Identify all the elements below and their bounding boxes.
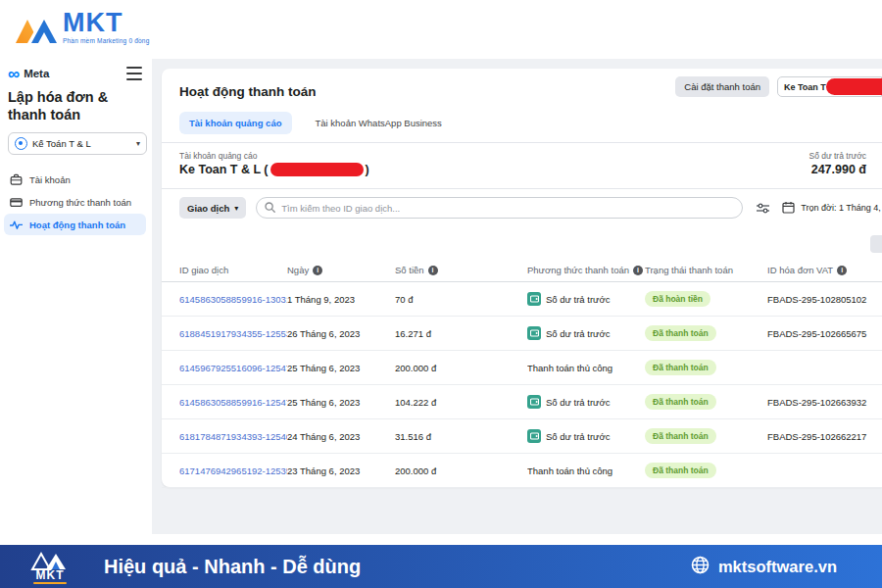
payment-method-label: Số dư trả trước bbox=[546, 328, 610, 339]
info-icon[interactable] bbox=[428, 266, 438, 275]
cell-amount: 16.271 đ bbox=[395, 328, 527, 339]
payment-method-label: Thanh toán thủ công bbox=[527, 466, 612, 476]
cell-transaction-id[interactable]: 6145863058859916-13031274 bbox=[179, 294, 287, 305]
cell-transaction-id[interactable]: 6145967925516096-12547553 bbox=[179, 363, 287, 373]
table-row: 6145863058859916-12547210 25 Tháng 6, 20… bbox=[162, 385, 882, 419]
tab-ad-accounts[interactable]: Tài khoản quảng cáo bbox=[179, 112, 292, 134]
hamburger-menu-icon[interactable] bbox=[126, 67, 142, 80]
cell-payment-status: Đã thanh toán bbox=[645, 394, 767, 410]
search-box bbox=[256, 197, 743, 219]
payment-method-label: Số dư trả trước bbox=[546, 431, 610, 442]
cell-vat-invoice-id: FBADS-295-102662217 bbox=[767, 431, 882, 442]
cell-amount: 31.516 đ bbox=[395, 431, 527, 442]
meta-logo: ∞ Meta bbox=[8, 65, 146, 82]
balance-label: Số dư trả trước bbox=[808, 151, 866, 161]
account-avatar-icon bbox=[15, 137, 27, 150]
table-row: 6188451917934355-12553355 26 Tháng 6, 20… bbox=[162, 317, 882, 351]
chevron-down-icon: ▾ bbox=[234, 204, 238, 213]
ad-account-label: Tài khoản quảng cáo bbox=[179, 151, 257, 161]
cell-amount: 70 đ bbox=[395, 294, 527, 305]
account-selector-dropdown[interactable]: Kế Toán T & L ▾ bbox=[8, 132, 147, 155]
cell-amount: 104.222 đ bbox=[395, 397, 527, 408]
table-row: 6181784871934393-12540592 24 Tháng 6, 20… bbox=[162, 419, 882, 454]
tab-whatsapp-business[interactable]: Tài khoản WhatsApp Business bbox=[306, 112, 452, 134]
ad-account-name: Ke Toan T & L ( ) bbox=[179, 163, 369, 176]
search-icon bbox=[265, 199, 275, 217]
col-transaction-id: ID giao dịch bbox=[179, 265, 287, 275]
col-date: Ngày bbox=[287, 265, 395, 275]
prepaid-balance-icon bbox=[527, 429, 541, 443]
cell-payment-status: Đã thanh toán bbox=[645, 360, 767, 375]
date-range-picker[interactable]: Trọn đời: 1 Tháng 4, 2023 – 4 Tháng bbox=[782, 201, 882, 216]
cell-transaction-id[interactable]: 6188451917934355-12553355 bbox=[179, 328, 287, 339]
meta-infinity-icon: ∞ bbox=[8, 66, 20, 82]
footer-website-link[interactable]: mktsoftware.vn bbox=[718, 558, 837, 576]
prefooter-strip bbox=[0, 534, 882, 545]
sidebar: ∞ Meta Lập hóa đơn & thanh toán Kế Toán … bbox=[0, 59, 152, 534]
mkt-logo: MKT Phần mềm Marketing 0 đồng bbox=[14, 8, 149, 53]
status-badge: Đã hoàn tiền bbox=[645, 291, 710, 307]
col-amount: Số tiền bbox=[395, 265, 527, 275]
cell-payment-method: Số dư trả trước bbox=[527, 292, 645, 306]
status-badge: Đã thanh toán bbox=[645, 428, 716, 444]
top-bar: MKT Phần mềm Marketing 0 đồng bbox=[0, 0, 882, 59]
page: MKT Phần mềm Marketing 0 đồng ∞ Meta Lập… bbox=[0, 0, 882, 588]
cell-vat-invoice-id: FBADS-295-102663932 bbox=[767, 397, 882, 408]
cell-vat-invoice-id: FBADS-295-102665675 bbox=[767, 328, 882, 339]
cell-date: 26 Tháng 6, 2023 bbox=[287, 328, 395, 339]
prepaid-balance-icon bbox=[527, 292, 541, 306]
tab-bar: Tài khoản quảng cáo Tài khoản WhatsApp B… bbox=[179, 112, 452, 134]
sidebar-item-payment-activity[interactable]: Hoạt động thanh toán bbox=[4, 214, 146, 235]
footer-mkt-logo: MKT bbox=[29, 550, 71, 584]
cell-amount: 200.000 đ bbox=[395, 363, 527, 373]
info-icon[interactable] bbox=[837, 266, 847, 275]
info-icon[interactable] bbox=[633, 266, 643, 275]
cell-transaction-id[interactable]: 6145863058859916-12547210 bbox=[179, 397, 287, 408]
payment-settings-button[interactable]: Cài đặt thanh toán bbox=[675, 76, 769, 97]
col-vat-invoice-id: ID hóa đơn VAT bbox=[767, 265, 882, 275]
cell-payment-status: Đã thanh toán bbox=[645, 325, 767, 341]
col-payment-status: Trạng thái thanh toán bbox=[645, 265, 767, 275]
partial-edge-button[interactable] bbox=[870, 235, 882, 253]
brand-tagline: Phần mềm Marketing 0 đồng bbox=[63, 37, 149, 44]
footer-slogan: Hiệu quả - Nhanh - Dễ dùng bbox=[104, 556, 361, 578]
cell-vat-invoice-id: FBADS-295-102805102 bbox=[767, 294, 882, 305]
cell-payment-status: Đã thanh toán bbox=[645, 428, 767, 444]
redaction-bar bbox=[826, 78, 882, 95]
cell-amount: 200.000 đ bbox=[395, 466, 527, 476]
sidebar-item-payment-methods[interactable]: Phương thức thanh toán bbox=[4, 191, 146, 213]
table-header: ID giao dịch Ngày Số tiền Phương thức th… bbox=[162, 259, 882, 282]
status-badge: Đã thanh toán bbox=[645, 394, 716, 410]
credit-card-icon bbox=[10, 196, 23, 209]
payment-method-label: Thanh toán thủ công bbox=[527, 363, 612, 373]
info-icon[interactable] bbox=[313, 266, 322, 275]
payment-method-label: Số dư trả trước bbox=[546, 397, 610, 408]
cell-transaction-id[interactable]: 6171476942965192-12535879 bbox=[179, 466, 287, 476]
col-payment-method: Phương thức thanh toán bbox=[527, 265, 645, 275]
sidebar-menu: Tài khoản Phương thức thanh toán Hoạt độ… bbox=[4, 169, 146, 235]
brand-name: MKT bbox=[63, 10, 149, 36]
footer: MKT Hiệu quả - Nhanh - Dễ dùng mktsoftwa… bbox=[0, 545, 882, 588]
filter-row: Giao dịch ▾ Trọn đời: 1 Tháng 4, 2 bbox=[179, 197, 882, 219]
cell-date: 23 Tháng 6, 2023 bbox=[287, 466, 395, 476]
status-badge: Đã thanh toán bbox=[645, 463, 716, 478]
cell-date: 1 Tháng 9, 2023 bbox=[287, 294, 395, 305]
transaction-type-dropdown[interactable]: Giao dịch ▾ bbox=[179, 197, 246, 219]
cell-date: 25 Tháng 6, 2023 bbox=[287, 397, 395, 408]
status-badge: Đã thanh toán bbox=[645, 360, 716, 375]
transactions-table: ID giao dịch Ngày Số tiền Phương thức th… bbox=[162, 259, 882, 488]
page-title: Hoạt động thanh toán bbox=[179, 84, 316, 99]
sidebar-item-accounts[interactable]: Tài khoản bbox=[4, 169, 146, 190]
table-body: 6145863058859916-13031274 1 Tháng 9, 202… bbox=[162, 282, 882, 488]
activity-pulse-icon bbox=[10, 219, 23, 231]
divider bbox=[162, 142, 882, 143]
cell-transaction-id[interactable]: 6181784871934393-12540592 bbox=[179, 431, 287, 442]
payment-method-label: Số dư trả trước bbox=[546, 294, 610, 305]
search-input[interactable] bbox=[281, 203, 734, 214]
cell-date: 24 Tháng 6, 2023 bbox=[287, 431, 395, 442]
footer-underline bbox=[33, 582, 67, 584]
filter-sliders-icon[interactable] bbox=[753, 198, 772, 218]
globe-icon bbox=[691, 556, 710, 578]
main-area: Hoạt động thanh toán Cài đặt thanh toán … bbox=[152, 59, 882, 534]
table-row: 6145967925516096-12547553 25 Tháng 6, 20… bbox=[162, 351, 882, 385]
